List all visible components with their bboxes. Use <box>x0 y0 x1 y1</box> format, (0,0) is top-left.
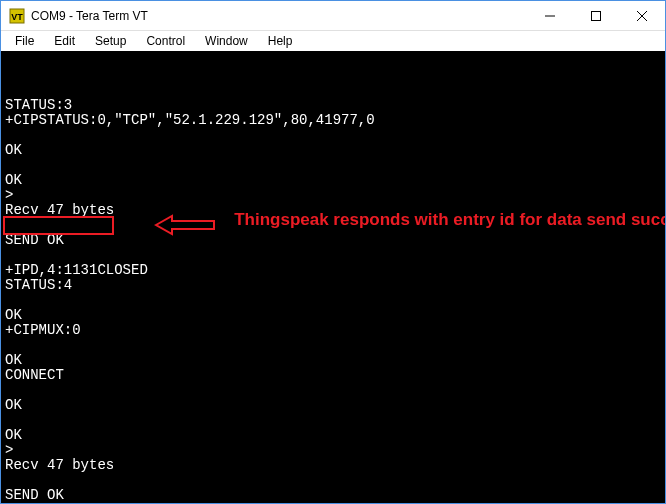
terminal-line: CONNECT <box>5 368 661 383</box>
terminal-output[interactable]: STATUS:3+CIPSTATUS:0,"TCP","52.1.229.129… <box>1 51 665 503</box>
titlebar[interactable]: VT COM9 - Tera Term VT <box>1 1 665 31</box>
menu-window[interactable]: Window <box>195 32 258 50</box>
menu-edit[interactable]: Edit <box>44 32 85 50</box>
terminal-line: +CIPMUX:0 <box>5 323 661 338</box>
app-window: VT COM9 - Tera Term VT File Edit Setup C… <box>0 0 666 504</box>
terminal-line: > <box>5 188 661 203</box>
terminal-line: OK <box>5 173 661 188</box>
minimize-button[interactable] <box>527 1 573 31</box>
terminal-line: OK <box>5 308 661 323</box>
menu-control[interactable]: Control <box>136 32 195 50</box>
menubar: File Edit Setup Control Window Help <box>1 31 665 51</box>
window-title: COM9 - Tera Term VT <box>31 9 148 23</box>
close-button[interactable] <box>619 1 665 31</box>
terminal-line <box>5 293 661 308</box>
terminal-line: SEND OK <box>5 488 661 503</box>
menu-file[interactable]: File <box>5 32 44 50</box>
terminal-line <box>5 158 661 173</box>
maximize-button[interactable] <box>573 1 619 31</box>
terminal-line <box>5 413 661 428</box>
terminal-line: STATUS:4 <box>5 278 661 293</box>
menu-help[interactable]: Help <box>258 32 303 50</box>
terminal-line: > <box>5 443 661 458</box>
terminal-line: +CIPSTATUS:0,"TCP","52.1.229.129",80,419… <box>5 113 661 128</box>
app-icon: VT <box>9 8 25 24</box>
terminal-line <box>5 383 661 398</box>
terminal-line <box>5 338 661 353</box>
terminal-line: +IPD,4:1131CLOSED <box>5 263 661 278</box>
terminal-line <box>5 473 661 488</box>
svg-text:VT: VT <box>11 12 23 22</box>
annotation-text: Thingspeak responds with entry id for da… <box>234 210 584 229</box>
terminal-line: SEND OK <box>5 233 661 248</box>
terminal-line: OK <box>5 428 661 443</box>
terminal-line <box>5 128 661 143</box>
menu-setup[interactable]: Setup <box>85 32 136 50</box>
terminal-line: OK <box>5 143 661 158</box>
terminal-line: OK <box>5 353 661 368</box>
svg-rect-3 <box>592 11 601 20</box>
terminal-line <box>5 248 661 263</box>
terminal-line: STATUS:3 <box>5 98 661 113</box>
terminal-line: Recv 47 bytes <box>5 458 661 473</box>
terminal-line: OK <box>5 398 661 413</box>
